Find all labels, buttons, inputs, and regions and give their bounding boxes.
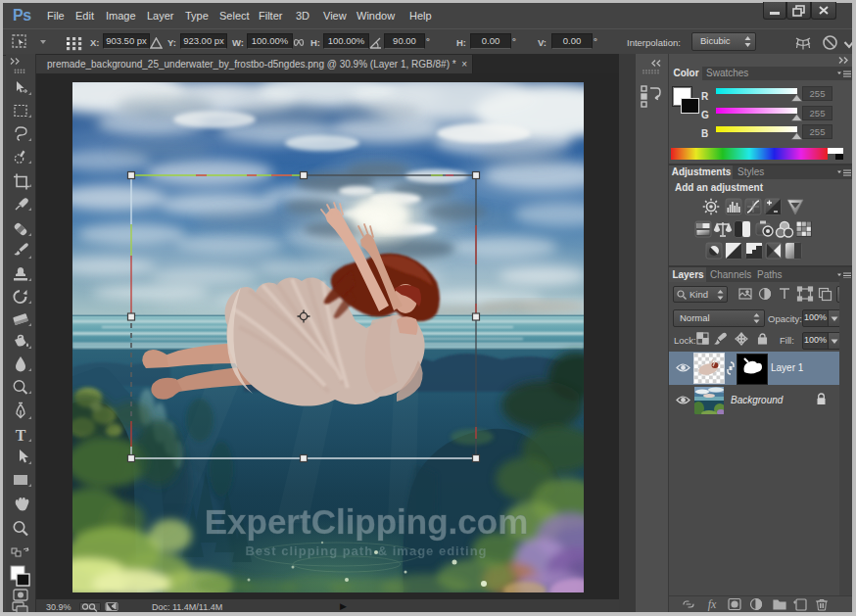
svg-text:T: T: [16, 427, 26, 444]
svg-text:ExpertClipping.com: ExpertClipping.com: [205, 502, 529, 541]
svg-text:Best clipping path & image edi: Best clipping path & image editing: [245, 544, 487, 558]
svg-text:fx: fx: [708, 597, 717, 611]
